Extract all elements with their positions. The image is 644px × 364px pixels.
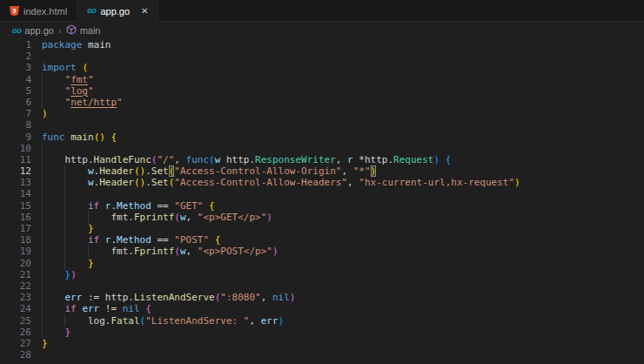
line-number[interactable]: 15: [0, 200, 37, 212]
code-token: nil: [272, 292, 290, 303]
line-number[interactable]: 3: [0, 62, 37, 73]
code-text: func main() {: [37, 131, 644, 143]
indent-guide: [42, 292, 43, 303]
indent-guide: [42, 234, 43, 246]
code-token: package: [42, 39, 82, 51]
code-text: [37, 188, 644, 199]
breadcrumb-label: main: [80, 25, 101, 36]
code-line[interactable]: 27}: [0, 338, 644, 349]
code-token: w: [88, 177, 94, 188]
line-number[interactable]: 23: [0, 292, 37, 303]
indent-guide: [64, 315, 65, 327]
code-token: ,: [186, 212, 198, 223]
code-token: "<p>GET</p>": [198, 212, 266, 223]
line-number[interactable]: 2: [0, 51, 37, 62]
line-number[interactable]: 13: [0, 177, 37, 188]
line-number[interactable]: 17: [0, 223, 37, 234]
code-token: Set: [151, 165, 169, 177]
code-text: [37, 51, 644, 62]
line-number[interactable]: 8: [0, 119, 37, 131]
code-line[interactable]: 7): [0, 108, 644, 119]
code-text: }: [37, 258, 644, 269]
breadcrumb-item-file[interactable]: GO app.go: [12, 25, 54, 36]
indent-guide: [42, 258, 43, 269]
code-line[interactable]: 21 }): [0, 269, 644, 280]
code-text: fmt.Fprintf(w, "<p>GET</p>"): [37, 212, 644, 223]
code-line[interactable]: 24 if err != nil {: [0, 303, 644, 314]
code-token: Fprintf: [134, 212, 174, 223]
code-text: "fmt": [37, 74, 644, 85]
code-line[interactable]: 16 fmt.Fprintf(w, "<p>GET</p>"): [0, 212, 644, 223]
code-line[interactable]: 12 w.Header().Set("Access-Control-Allow-…: [0, 165, 644, 177]
line-number[interactable]: 6: [0, 97, 37, 108]
line-number[interactable]: 18: [0, 234, 37, 246]
code-line[interactable]: 14: [0, 188, 644, 199]
code-line[interactable]: 26 }: [0, 327, 644, 338]
close-icon[interactable]: ✕: [141, 6, 148, 16]
line-number[interactable]: 19: [0, 246, 37, 257]
code-token: (: [174, 212, 180, 223]
line-number[interactable]: 22: [0, 280, 37, 292]
code-token: func: [42, 131, 65, 143]
code-line[interactable]: 5 "log": [0, 85, 644, 97]
line-number[interactable]: 25: [0, 315, 37, 327]
code-line[interactable]: 25 log.Fatal("ListenAndServe: ", err): [0, 315, 644, 327]
line-number[interactable]: 4: [0, 74, 37, 85]
line-number[interactable]: 11: [0, 154, 37, 165]
code-line[interactable]: 3import (: [0, 62, 644, 73]
code-token: := http.: [82, 292, 134, 303]
code-line[interactable]: 6 "net/http": [0, 97, 644, 108]
code-line[interactable]: 2: [0, 51, 644, 62]
line-number[interactable]: 14: [0, 188, 37, 199]
line-number[interactable]: 1: [0, 39, 37, 51]
code-line[interactable]: 23 err := http.ListenAndServe(":8080", n…: [0, 292, 644, 303]
code-line[interactable]: 9func main() {: [0, 131, 644, 143]
code-token: Fprintf: [134, 246, 174, 257]
line-number[interactable]: 7: [0, 108, 37, 119]
code-token: Method: [117, 234, 151, 246]
code-line[interactable]: 15 if r.Method == "GET" {: [0, 200, 644, 212]
line-number[interactable]: 10: [0, 143, 37, 154]
code-token: [42, 74, 65, 85]
line-number[interactable]: 21: [0, 269, 37, 280]
code-text: }): [37, 269, 644, 280]
code-line[interactable]: 1package main: [0, 39, 644, 51]
code-token: "hx-current-url,hx-request": [359, 177, 514, 188]
line-number[interactable]: 12: [0, 165, 37, 177]
code-line[interactable]: 17 }: [0, 223, 644, 234]
line-number[interactable]: 9: [0, 131, 37, 143]
code-line[interactable]: 28: [0, 349, 644, 361]
code-line[interactable]: 22: [0, 280, 644, 292]
line-number[interactable]: 16: [0, 212, 37, 223]
line-number[interactable]: 5: [0, 85, 37, 97]
code-line[interactable]: 11 http.HandleFunc("/", func(w http.Resp…: [0, 154, 644, 165]
line-number[interactable]: 20: [0, 258, 37, 269]
line-number[interactable]: 27: [0, 338, 37, 349]
indent-guide: [64, 223, 65, 234]
code-token: [42, 292, 65, 303]
line-number[interactable]: 26: [0, 327, 37, 338]
code-line[interactable]: 13 w.Header().Set("Access-Control-Allow-…: [0, 177, 644, 188]
code-token: (: [82, 62, 88, 73]
code-line[interactable]: 8: [0, 119, 644, 131]
code-token: }: [88, 258, 94, 269]
code-token: }: [42, 338, 48, 349]
breadcrumb-item-symbol[interactable]: main: [66, 24, 101, 37]
code-line[interactable]: 4 "fmt": [0, 74, 644, 85]
line-number[interactable]: 24: [0, 303, 37, 314]
tab-app-go[interactable]: GO app.go ✕: [77, 0, 158, 22]
vscode-window: 5 index.html GO app.go ✕ GO app.go › mai…: [0, 0, 644, 364]
code-line[interactable]: 20 }: [0, 258, 644, 269]
code-token: http.: [220, 154, 255, 165]
indent-guide: [42, 200, 43, 212]
tab-index-html[interactable]: 5 index.html: [0, 0, 77, 22]
indent-guide: [64, 234, 65, 246]
code-token: [42, 269, 65, 280]
code-line[interactable]: 19 fmt.Fprintf(w, "<p>POST</p>"): [0, 246, 644, 257]
line-number[interactable]: 28: [0, 349, 37, 361]
code-token: Header: [99, 165, 134, 177]
code-line[interactable]: 18 if r.Method == "POST" {: [0, 234, 644, 246]
indent-guide: [64, 258, 65, 269]
code-text: [37, 143, 644, 154]
code-line[interactable]: 10: [0, 143, 644, 154]
